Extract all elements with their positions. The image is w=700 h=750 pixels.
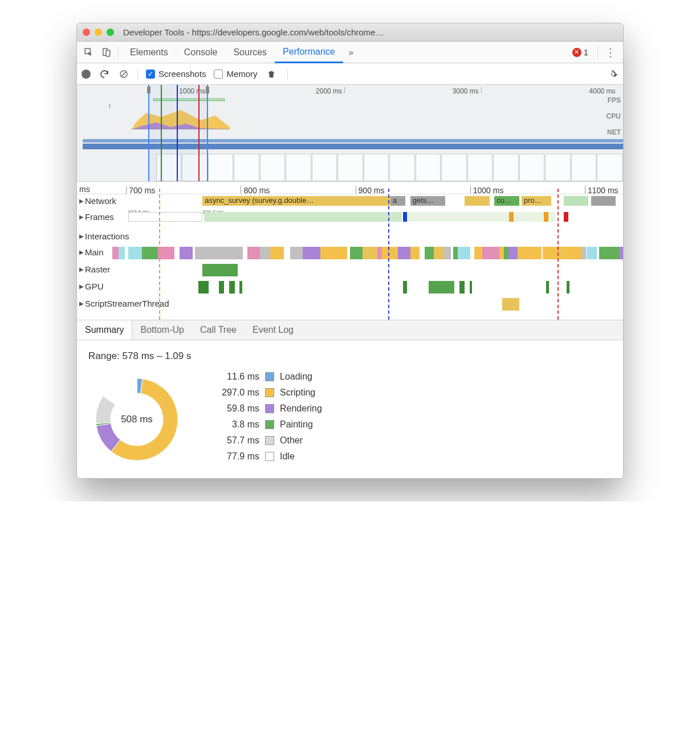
tab-summary[interactable]: Summary: [77, 320, 132, 340]
legend-ms: 3.8 ms: [208, 419, 259, 430]
flame-bar: [276, 247, 284, 259]
flame-bar: [518, 247, 531, 259]
flame-bar: [429, 281, 454, 294]
frames-track-body: 603.6 ms 206.0 ms: [128, 210, 623, 227]
performance-toolbar: ✓ Screenshots Memory: [77, 63, 623, 85]
legend-label: Idle: [280, 451, 295, 462]
disclosure-icon: ▶: [79, 283, 84, 290]
flame-bar: [119, 247, 125, 259]
record-button[interactable]: [82, 70, 91, 79]
frame-bar: [564, 212, 568, 222]
legend-ms: 11.6 ms: [208, 372, 259, 382]
flame-bar: [142, 247, 158, 259]
summary-tabbar: Summary Bottom-Up Call Tree Event Log: [77, 320, 623, 340]
clear-button[interactable]: [118, 68, 129, 80]
tab-elements[interactable]: Elements: [122, 42, 176, 63]
divider: [118, 46, 119, 59]
lane-label: CPU: [607, 112, 621, 120]
flame-bar: [219, 247, 234, 259]
ruler-tick: 4000 ms: [482, 87, 618, 93]
selection-handle-right[interactable]: [206, 87, 209, 93]
error-icon: ✕: [572, 48, 581, 57]
flamechart-pane[interactable]: ms 700 ms 800 ms 900 ms 1000 ms 1100 ms …: [77, 182, 623, 320]
overview-selection[interactable]: [148, 85, 208, 181]
flame-bar: [219, 281, 224, 294]
legend-swatch: [265, 404, 274, 413]
device-toggle-icon[interactable]: [99, 45, 113, 60]
summary-donut: 508 ms: [88, 371, 185, 468]
tab-bottom-up[interactable]: Bottom-Up: [132, 320, 192, 340]
tab-performance[interactable]: Performance: [275, 42, 343, 63]
legend-swatch: [265, 436, 274, 445]
titlebar: Developer Tools - https://developers.goo…: [77, 23, 623, 42]
overview-lane-labels: FPS CPU NET: [607, 96, 621, 144]
tab-console[interactable]: Console: [176, 42, 226, 63]
track-label: Main: [85, 247, 104, 257]
selection-handle-left[interactable]: [147, 87, 150, 93]
flame-bar: [603, 247, 620, 259]
tab-call-tree[interactable]: Call Tree: [192, 320, 245, 340]
network-bar[interactable]: [591, 196, 616, 206]
flame-bar: [335, 247, 347, 259]
reload-button[interactable]: [99, 68, 110, 80]
marker-line: [161, 85, 162, 181]
overview-pane[interactable]: 1000 ms 2000 ms 3000 ms 4000 ms FPS CPU …: [77, 85, 623, 182]
window-close-button[interactable]: [83, 28, 90, 36]
ruler-tick: 700 ms: [126, 186, 241, 194]
track-label: GPU: [85, 282, 104, 291]
raster-track-body: [123, 263, 623, 278]
capture-settings-button[interactable]: [607, 68, 618, 80]
legend-row: 3.8 ms Painting: [208, 419, 322, 430]
legend-row: 77.9 ms Idle: [208, 451, 322, 462]
frame-bar: [544, 212, 548, 222]
error-count[interactable]: ✕ 1: [572, 47, 588, 57]
window-maximize-button[interactable]: [107, 28, 114, 36]
screenshots-label: Screenshots: [158, 69, 206, 79]
tab-sources[interactable]: Sources: [225, 42, 275, 63]
screenshots-checkbox[interactable]: ✓ Screenshots: [146, 69, 206, 79]
ruler-tick: 800 ms: [241, 186, 355, 194]
summary-body: Range: 578 ms – 1.09 s 508 ms 11.6 ms Lo…: [77, 340, 623, 478]
flame-bar: [504, 247, 508, 259]
more-tabs-button[interactable]: »: [343, 47, 359, 57]
flame-bar: [499, 247, 504, 259]
window-minimize-button[interactable]: [95, 28, 102, 36]
track-label: Network: [85, 196, 116, 206]
lane-label: NET: [607, 128, 621, 136]
memory-checkbox[interactable]: Memory: [214, 69, 257, 79]
network-bar[interactable]: [465, 196, 489, 206]
network-bar[interactable]: [564, 196, 588, 206]
disclosure-icon: ▶: [79, 233, 84, 239]
flame-bar: [563, 247, 577, 259]
flame-bar: [270, 247, 276, 259]
donut-total: 508 ms: [88, 371, 185, 468]
delete-button[interactable]: [266, 68, 277, 80]
inspect-icon[interactable]: [82, 45, 96, 60]
flame-bar: [382, 247, 398, 259]
legend-row: 59.8 ms Rendering: [208, 403, 322, 414]
checkbox-icon: ✓: [146, 70, 155, 79]
fps-bar: [109, 104, 110, 108]
range-label: Range: 578 ms – 1.09 s: [88, 350, 612, 362]
flame-bar: [546, 281, 548, 294]
tab-event-log[interactable]: Event Log: [245, 320, 302, 340]
network-bar[interactable]: pro…: [522, 196, 551, 206]
divider: [287, 68, 288, 80]
network-bar[interactable]: co…: [494, 196, 519, 206]
flame-bar: [180, 247, 193, 259]
flame-bar: [434, 247, 445, 259]
flame-bar: [474, 247, 482, 259]
network-bar[interactable]: async_survey (survey.g.double…: [202, 196, 390, 206]
flame-bar: [206, 247, 219, 259]
flame-bar: [458, 247, 470, 259]
legend-swatch: [265, 372, 274, 381]
network-bar[interactable]: gets…: [410, 196, 445, 206]
marker-dashed: [557, 189, 559, 320]
settings-menu-button[interactable]: ⋮: [601, 46, 620, 59]
disclosure-icon: ▶: [79, 300, 84, 307]
network-bar[interactable]: a: [390, 196, 405, 206]
legend-ms: 59.8 ms: [208, 403, 259, 414]
flame-bar: [453, 247, 458, 259]
ruler-tick: 3000 ms: [345, 87, 482, 93]
flame-bar: [459, 281, 465, 294]
